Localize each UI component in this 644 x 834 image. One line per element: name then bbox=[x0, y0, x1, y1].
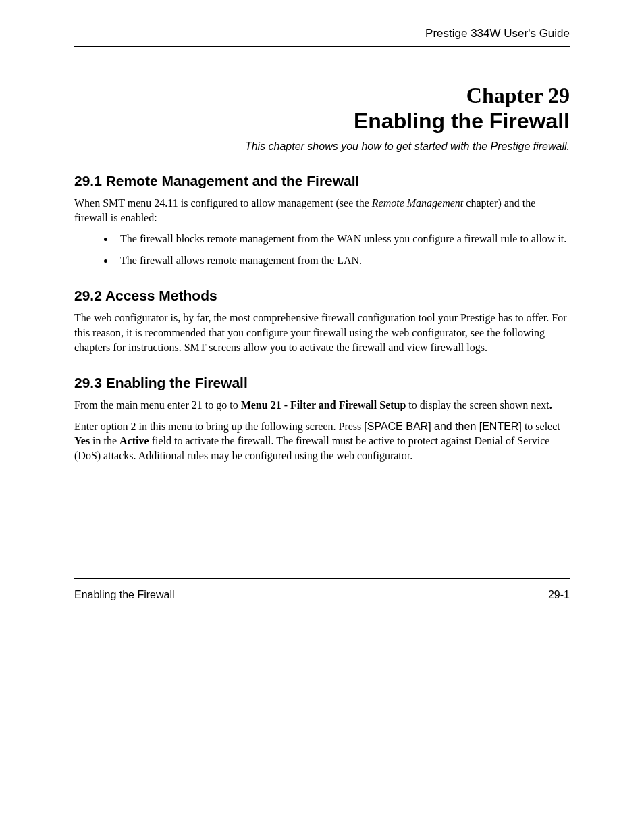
section-29-1-heading: 29.1 Remote Management and the Firewall bbox=[74, 173, 570, 189]
text: to select bbox=[522, 421, 560, 432]
section-29-3-para-1: From the main menu enter 21 to go to Men… bbox=[74, 398, 570, 413]
footer-rule bbox=[74, 578, 570, 579]
text: From the main menu enter 21 to go to bbox=[74, 399, 241, 411]
footer-left: Enabling the Firewall bbox=[74, 589, 175, 601]
chapter-subtitle: This chapter shows you how to get starte… bbox=[74, 140, 570, 153]
header-rule bbox=[74, 46, 570, 47]
list-item: The firewall allows remote management fr… bbox=[115, 253, 570, 268]
list-item: The firewall blocks remote management fr… bbox=[115, 232, 570, 246]
chapter-title: Enabling the Firewall bbox=[74, 109, 570, 134]
page: Prestige 334W User's Guide Chapter 29 En… bbox=[0, 0, 644, 834]
bold-menu-21: Menu 21 - Filter and Firewall Setup bbox=[241, 399, 406, 411]
bold-period: . bbox=[549, 399, 552, 411]
footer-right: 29-1 bbox=[548, 589, 570, 601]
keycap-enter: [ENTER] bbox=[479, 421, 522, 432]
page-footer: Enabling the Firewall 29-1 bbox=[74, 589, 570, 601]
section-29-1-bullets: The firewall blocks remote management fr… bbox=[74, 232, 570, 267]
section-29-2-heading: 29.2 Access Methods bbox=[74, 288, 570, 304]
text: in the bbox=[90, 435, 119, 446]
emphasis-remote-management: Remote Management bbox=[372, 197, 464, 209]
text: and then bbox=[431, 421, 479, 432]
text: Enter option 2 in this menu to bring up … bbox=[74, 421, 364, 432]
section-29-2-para: The web configurator is, by far, the mos… bbox=[74, 311, 570, 355]
running-header: Prestige 334W User's Guide bbox=[74, 27, 570, 41]
section-29-3-para-2: Enter option 2 in this menu to bring up … bbox=[74, 419, 570, 463]
bold-active: Active bbox=[119, 435, 149, 446]
text: to display the screen shown next bbox=[406, 399, 549, 411]
bold-yes: Yes bbox=[74, 435, 90, 446]
chapter-label: Chapter 29 bbox=[74, 84, 570, 107]
section-29-1-intro: When SMT menu 24.11 is configured to all… bbox=[74, 196, 570, 225]
section-29-3-heading: 29.3 Enabling the Firewall bbox=[74, 375, 570, 391]
text: When SMT menu 24.11 is configured to all… bbox=[74, 197, 372, 209]
keycap-space-bar: [SPACE BAR] bbox=[364, 421, 431, 432]
